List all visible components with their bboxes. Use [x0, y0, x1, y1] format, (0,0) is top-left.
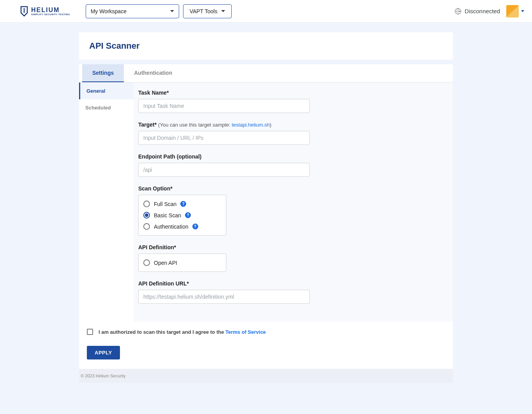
chevron-down-icon	[221, 10, 225, 12]
apply-row: APPLY	[79, 342, 453, 369]
page-title-card: API Scanner	[79, 32, 453, 60]
radio-icon	[143, 201, 150, 207]
tools-dropdown[interactable]: VAPT Tools	[183, 4, 232, 18]
terms-of-service-link[interactable]: Terms of Service	[225, 329, 266, 335]
help-icon[interactable]: ?	[180, 201, 186, 207]
brand-name: HELIUM	[31, 7, 70, 13]
footer-text: © 2023 Helium Security	[81, 373, 126, 378]
api-def-url-input[interactable]	[138, 290, 310, 304]
workspace-dropdown[interactable]: My Workspace	[86, 4, 179, 18]
scan-option-basic[interactable]: Basic Scan ?	[139, 210, 226, 221]
consent-row: I am authorized to scan this target and …	[79, 322, 453, 342]
task-name-input[interactable]	[138, 99, 310, 113]
radio-icon	[143, 212, 150, 218]
sidenav-scheduled[interactable]: Scheduled	[79, 99, 134, 116]
form-area: Task Name* Target* (You can use this tar…	[134, 83, 453, 322]
scan-option-full[interactable]: Full Scan ?	[139, 198, 226, 210]
footer: © 2023 Helium Security	[79, 369, 453, 383]
page-title: API Scanner	[89, 41, 443, 51]
consent-text: I am authorized to scan this target and …	[99, 329, 266, 335]
target-label: Target* (You can use this target sample:…	[138, 122, 444, 128]
content-area: General Scheduled Task Name* Target* (Yo…	[79, 83, 453, 322]
scan-option-group: Full Scan ? Basic Scan ? Authentication …	[138, 195, 226, 236]
status-text: Disconnected	[465, 8, 500, 14]
tab-card: Settings Authentication General Schedule…	[79, 64, 453, 369]
chevron-down-icon	[170, 10, 174, 12]
app-header: HELIUM SIMPLIFY SECURITY TESTING My Work…	[0, 0, 532, 23]
globe-icon	[454, 8, 462, 15]
shield-icon	[19, 6, 29, 17]
side-nav: General Scheduled	[79, 83, 134, 322]
help-icon[interactable]: ?	[185, 212, 191, 218]
tab-bar: Settings Authentication	[79, 64, 453, 83]
connection-status: Disconnected	[454, 8, 500, 15]
brand-logo: HELIUM SIMPLIFY SECURITY TESTING	[19, 6, 70, 17]
api-definition-label: API Definition*	[138, 244, 444, 250]
apply-button[interactable]: APPLY	[87, 346, 120, 359]
target-input[interactable]	[138, 131, 310, 145]
brand-tagline: SIMPLIFY SECURITY TESTING	[31, 13, 70, 16]
scan-option-label: Scan Option*	[138, 185, 444, 192]
main-container: API Scanner Settings Authentication Gene…	[79, 23, 453, 383]
consent-checkbox[interactable]	[87, 329, 93, 335]
avatar	[506, 5, 519, 18]
api-definition-group: Open API	[138, 254, 226, 272]
radio-icon	[143, 223, 150, 230]
tools-label: VAPT Tools	[190, 8, 218, 14]
endpoint-label: Endpoint Path (optional)	[138, 153, 444, 160]
scan-option-auth[interactable]: Authentication ?	[139, 221, 226, 232]
target-sample-link[interactable]: testapi.helium.sh	[232, 122, 270, 128]
api-def-url-label: API Definition URL*	[138, 280, 444, 287]
chevron-down-icon	[521, 10, 524, 12]
endpoint-input[interactable]	[138, 163, 310, 177]
sidenav-general[interactable]: General	[79, 83, 134, 99]
tab-settings[interactable]: Settings	[82, 64, 124, 82]
user-menu[interactable]	[506, 5, 524, 18]
workspace-label: My Workspace	[91, 8, 127, 14]
tab-authentication[interactable]: Authentication	[124, 64, 182, 82]
task-name-label: Task Name*	[138, 90, 444, 96]
help-icon[interactable]: ?	[192, 224, 198, 229]
radio-icon	[143, 259, 150, 266]
api-definition-openapi[interactable]: Open API	[139, 257, 226, 268]
